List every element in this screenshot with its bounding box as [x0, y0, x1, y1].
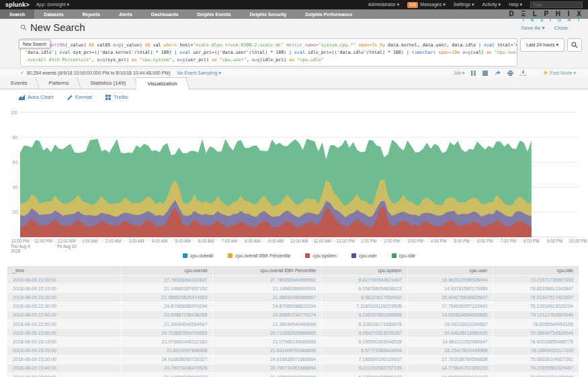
table-cell[interactable]: 21.10869278069327: [122, 373, 213, 377]
table-cell[interactable]: 29.710652554709655: [122, 329, 213, 337]
search-submit-button[interactable]: [567, 38, 582, 52]
cpu-area-chart[interactable]: [20, 110, 578, 237]
table-cell[interactable]: 2018-08-09 23:30:00: [7, 355, 122, 364]
stop-button[interactable]: [482, 71, 488, 76]
activity-menu[interactable]: Activity ▾: [482, 2, 501, 7]
table-cell[interactable]: 72.21971735697353: [493, 276, 579, 284]
table-cell[interactable]: 27.78028264302647: [122, 276, 213, 284]
table-cell[interactable]: 78.89130721930668: [493, 373, 579, 377]
user-menu[interactable]: Administrator ▾: [368, 2, 400, 7]
table-cell[interactable]: 6.328106171585878: [322, 319, 408, 328]
search-mode-menu[interactable]: Fast Mode ▾: [544, 70, 576, 76]
column-header-cpu-overall-85th-percentile[interactable]: cpu.overall 85th Percentile: [213, 266, 322, 276]
table-cell[interactable]: 21.108692794999996: [213, 373, 322, 377]
table-cell[interactable]: 2018-08-09 23:10:00: [7, 337, 122, 346]
table-cell[interactable]: 14.93781582173489: [407, 284, 493, 293]
format-button[interactable]: Format: [67, 94, 92, 100]
table-cell[interactable]: 79.10112763563946: [493, 310, 579, 319]
export-button[interactable]: [520, 70, 526, 76]
table-cell[interactable]: 21.831909761666658: [213, 346, 322, 355]
table-cell[interactable]: 14.692834564090885: [407, 310, 493, 319]
table-cell[interactable]: 21.14660387657152: [122, 284, 213, 293]
table-cell[interactable]: 6.58224617654932: [322, 293, 408, 302]
table-cell[interactable]: 24.87065088833334: [213, 302, 322, 310]
table-cell[interactable]: 20.89887236436058: [122, 310, 213, 319]
time-range-picker[interactable]: Last 24 hours ▾: [520, 38, 564, 52]
chart-type-picker[interactable]: Area Chart: [19, 94, 54, 100]
nav-item-search[interactable]: Search: [0, 9, 34, 19]
table-cell[interactable]: 15.404278648825647: [407, 293, 493, 302]
table-cell[interactable]: 20.64638213950435: [407, 329, 493, 337]
share-button[interactable]: [495, 71, 501, 76]
table-cell[interactable]: 2018-08-09 22:00:00: [7, 276, 122, 284]
table-cell[interactable]: 2018-08-09 23:50:00: [7, 373, 122, 377]
table-cell[interactable]: 14.779641701908153: [407, 364, 493, 372]
legend-item-cpu-overall[interactable]: cpu.overall: [183, 253, 213, 258]
table-cell[interactable]: 78.6095549954155: [493, 319, 579, 328]
splunk-logo[interactable]: splunk>: [5, 1, 30, 8]
legend-item-cpu-user[interactable]: cpu.user: [351, 253, 377, 258]
legend-item-cpu-overall-85th-percentile[interactable]: cpu.overall 85th Percentile: [228, 253, 291, 258]
table-cell[interactable]: 78.85339612342847: [493, 284, 579, 293]
table-cell[interactable]: 21.079661445112162: [122, 337, 213, 346]
table-cell[interactable]: 17.754639957120492: [407, 302, 493, 310]
table-cell[interactable]: 6.206037800269688: [322, 310, 408, 319]
table-cell[interactable]: 21.39044540499999: [213, 319, 322, 328]
app-menu[interactable]: App: dxinsight ▾: [36, 2, 69, 7]
table-cell[interactable]: 2018-08-09 23:00:00: [7, 329, 122, 337]
table-cell[interactable]: 70.28934734529044: [493, 329, 579, 337]
nav-item-datasets[interactable]: Datasets: [34, 9, 73, 19]
table-cell[interactable]: 7.1160109126224595: [322, 302, 408, 310]
nav-item-delphix-events[interactable]: Delphix Events: [187, 9, 240, 19]
table-cell[interactable]: 2018-08-09 22:50:00: [7, 319, 122, 328]
column-header-cpu-system[interactable]: cpu.system: [322, 266, 408, 276]
table-cell[interactable]: 21.986524825374953: [122, 293, 213, 302]
table-cell[interactable]: 6.57773368443094: [322, 346, 408, 355]
tab-visualization[interactable]: Visualization: [136, 77, 188, 89]
table-cell[interactable]: 27.780282644999982: [213, 276, 322, 284]
nav-item-alerts[interactable]: Alerts: [110, 9, 142, 19]
nav-item-reports[interactable]: Reports: [73, 9, 110, 19]
table-cell[interactable]: 21.98652480666667: [213, 293, 322, 302]
table-cell[interactable]: 29.710652626666665: [213, 329, 322, 337]
table-cell[interactable]: 20.79073438470528: [122, 364, 213, 372]
table-cell[interactable]: 18.962522098505044: [407, 276, 493, 284]
table-cell[interactable]: 2018-08-09 22:30:00: [7, 302, 122, 310]
legend-item-cpu-system[interactable]: cpu.system: [305, 253, 336, 258]
table-cell[interactable]: 14.883111052065647: [407, 337, 493, 346]
table-cell[interactable]: 15.25417610439588: [407, 346, 493, 355]
table-cell[interactable]: 24.916638971666664: [213, 355, 322, 364]
table-cell[interactable]: 79.20926561529467: [493, 364, 579, 372]
table-cell[interactable]: 8.817760544521407: [322, 276, 408, 284]
table-cell[interactable]: 17.751038760596668: [407, 355, 493, 364]
table-cell[interactable]: 21.8319097888268: [122, 346, 213, 355]
close-button[interactable]: Close: [554, 25, 568, 31]
save-as-button[interactable]: Save As ▾: [521, 25, 545, 31]
table-cell[interactable]: 20.89887234775374: [213, 310, 322, 319]
nav-item-delphix-performance[interactable]: Delphix Performance: [296, 9, 362, 19]
table-cell[interactable]: 78.16809021117325: [493, 346, 579, 355]
table-cell[interactable]: 24.916638950726327: [122, 355, 213, 364]
column-header--time[interactable]: _time: [7, 266, 122, 276]
trellis-button[interactable]: Trellis: [106, 94, 128, 100]
column-header-cpu-overall[interactable]: cpu.overall: [122, 266, 213, 276]
job-menu[interactable]: Job ▾: [454, 71, 465, 76]
tab-patterns[interactable]: Patterns: [38, 77, 79, 89]
table-cell[interactable]: 2018-08-09 23:40:00: [7, 364, 122, 372]
find-input[interactable]: [530, 1, 583, 8]
settings-menu[interactable]: Settings ▾: [454, 2, 474, 7]
column-header-cpu-idle[interactable]: cpu.idle: [493, 266, 579, 276]
nav-item-delphix-security[interactable]: Delphix Security: [241, 9, 296, 19]
table-cell[interactable]: 20.790734361666654: [213, 364, 322, 372]
column-header-cpu-user[interactable]: cpu.user: [407, 266, 493, 276]
pause-button[interactable]: [471, 71, 476, 76]
messages-menu[interactable]: 525 Messages ▾: [407, 2, 445, 8]
table-cell[interactable]: 14.968792284134167: [407, 373, 493, 377]
tab-events[interactable]: Events: [0, 77, 38, 89]
table-cell[interactable]: 9.054270515205287: [322, 329, 408, 337]
print-button[interactable]: [507, 71, 513, 76]
table-cell[interactable]: 15.06233923299867: [407, 319, 493, 328]
table-cell[interactable]: 2018-08-09 23:20:00: [7, 346, 122, 355]
legend-item-cpu-idle[interactable]: cpu.idle: [392, 253, 415, 258]
table-cell[interactable]: 7.165600190129637: [322, 355, 408, 364]
